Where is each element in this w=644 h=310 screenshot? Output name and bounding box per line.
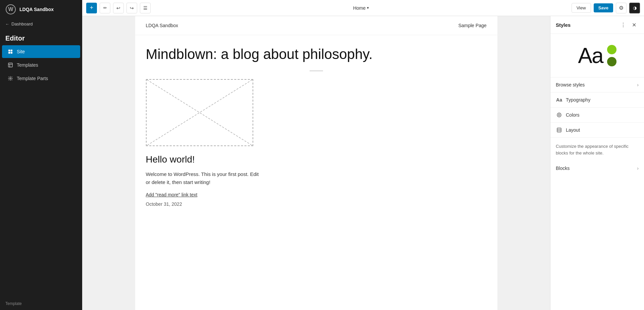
templates-icon (7, 62, 13, 68)
style-icon: ◑ (633, 5, 637, 10)
pencil-icon: ✏ (103, 5, 107, 10)
customize-text: Customize the appearance of specific blo… (550, 138, 644, 162)
home-breadcrumb[interactable]: Home ▾ (351, 4, 372, 12)
content-area: LDQA Sandbox Sample Page Mindblown: a bl… (82, 16, 644, 310)
styles-panel-actions: ⋮ ✕ (619, 20, 639, 29)
typography-icon: Aa (556, 97, 562, 103)
settings-button[interactable]: ⚙ (616, 3, 627, 13)
layout-icon (556, 127, 562, 133)
blocks-row[interactable]: Blocks › (550, 162, 644, 175)
undo-button[interactable]: ↩ (113, 3, 124, 13)
browse-styles-row[interactable]: Browse styles › (550, 77, 644, 92)
style-preview: Aa (550, 34, 644, 77)
page-content: LDQA Sandbox Sample Page Mindblown: a bl… (135, 16, 497, 310)
sidebar-header: W LDQA Sandbox (0, 0, 82, 19)
site-icon (7, 49, 13, 55)
page-divider (310, 71, 323, 71)
redo-icon: ↪ (130, 5, 134, 11)
undo-icon: ↩ (116, 5, 120, 11)
list-view-button[interactable]: ☰ (140, 3, 151, 13)
chevron-down-icon: ▾ (367, 6, 369, 10)
styles-panel-header: Styles ⋮ ✕ (550, 16, 644, 34)
chevron-right-icon: › (637, 82, 639, 87)
style-toggle-button[interactable]: ◑ (629, 3, 640, 13)
layout-option-row[interactable]: Layout (550, 123, 644, 138)
style-preview-text: Aa (578, 43, 603, 68)
site-header-name: LDQA Sandbox (146, 23, 178, 28)
sidebar-item-template-parts[interactable]: Template Parts (2, 72, 80, 85)
template-parts-icon (7, 75, 13, 81)
svg-point-9 (10, 78, 11, 79)
svg-rect-2 (8, 50, 10, 51)
typography-option-row[interactable]: Aa Typography (550, 92, 644, 108)
styles-panel: Styles ⋮ ✕ Aa Browse styles (550, 16, 644, 310)
sidebar-item-site[interactable]: Site (2, 45, 80, 58)
chevron-left-icon: ← (5, 22, 9, 26)
svg-rect-3 (11, 50, 12, 51)
styles-panel-title: Styles (556, 22, 571, 28)
colors-option-row[interactable]: Colors (550, 108, 644, 123)
featured-image-placeholder (146, 79, 253, 146)
blocks-label: Blocks (556, 166, 570, 171)
svg-point-13 (558, 114, 560, 116)
sidebar-footer: Template (0, 297, 82, 310)
sidebar: W LDQA Sandbox ← Dashboard Editor Site (0, 0, 82, 310)
svg-text:W: W (8, 6, 13, 12)
blocks-chevron-right-icon: › (637, 166, 639, 171)
redo-button[interactable]: ↪ (126, 3, 137, 13)
view-button[interactable]: View (572, 3, 591, 13)
color-dot-secondary (607, 57, 616, 66)
topbar-center: Home ▾ (153, 4, 569, 12)
nav-link-sample-page: Sample Page (458, 23, 486, 28)
layout-label: Layout (566, 127, 639, 133)
svg-point-12 (557, 113, 561, 117)
browse-styles-label: Browse styles (556, 82, 585, 87)
read-more-link[interactable]: Add "read more" link text (146, 192, 198, 197)
topbar-right: View Save ⚙ ◑ (572, 3, 640, 13)
styles-close-button[interactable]: ✕ (629, 20, 639, 29)
save-button[interactable]: Save (594, 3, 613, 12)
typography-label: Typography (566, 97, 639, 103)
wordpress-logo-icon: W (5, 4, 16, 15)
color-dot-primary (607, 45, 616, 54)
page-title-text: Mindblown: a blog about philosophy. (146, 46, 487, 63)
svg-rect-6 (8, 63, 12, 67)
main-area: + ✏ ↩ ↪ ☰ Home ▾ View Save ⚙ ◑ (82, 0, 644, 310)
styles-more-options-button[interactable]: ⋮ (619, 20, 628, 29)
editor-label: Editor (0, 29, 82, 45)
site-name: LDQA Sandbox (19, 7, 54, 12)
page-body: Mindblown: a blog about philosophy. Hell… (135, 35, 497, 218)
post-date: October 31, 2022 (146, 201, 487, 207)
dashboard-link[interactable]: ← Dashboard (0, 19, 82, 29)
more-options-icon: ⋮ (621, 22, 626, 28)
tools-button[interactable]: ✏ (100, 3, 110, 13)
svg-rect-5 (11, 52, 12, 54)
topbar: + ✏ ↩ ↪ ☰ Home ▾ View Save ⚙ ◑ (82, 0, 644, 16)
colors-label: Colors (566, 112, 639, 118)
post-title: Hello world! (146, 154, 487, 165)
page-header: LDQA Sandbox Sample Page (135, 16, 497, 35)
add-block-button[interactable]: + (86, 3, 97, 13)
style-preview-dots (607, 45, 616, 66)
gear-icon: ⚙ (619, 5, 624, 11)
canvas[interactable]: LDQA Sandbox Sample Page Mindblown: a bl… (82, 16, 550, 310)
svg-rect-14 (557, 128, 561, 132)
svg-rect-4 (8, 52, 10, 54)
colors-icon (556, 112, 562, 118)
sidebar-item-templates[interactable]: Templates (2, 59, 80, 71)
post-excerpt: Welcome to WordPress. This is your first… (146, 170, 487, 186)
list-icon: ☰ (143, 5, 148, 11)
close-icon: ✕ (632, 22, 636, 28)
